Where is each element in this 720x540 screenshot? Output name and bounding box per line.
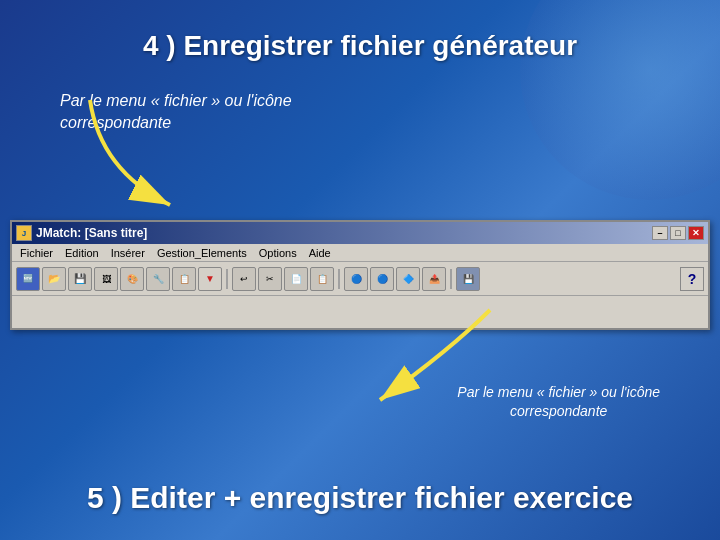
title-bar: J JMatch: [Sans titre] – □ ✕: [12, 222, 708, 244]
app-icon: J: [16, 225, 32, 241]
menu-options[interactable]: Options: [253, 244, 303, 261]
menu-edition[interactable]: Edition: [59, 244, 105, 261]
menu-aide[interactable]: Aide: [303, 244, 337, 261]
toolbar-icon5[interactable]: 🔵: [344, 267, 368, 291]
toolbar-icon8[interactable]: 📤: [422, 267, 446, 291]
toolbar-new[interactable]: 🆕: [16, 267, 40, 291]
toolbar: 🆕 📂 💾 🖼 🎨 🔧 📋 ▼ ↩ ✂ 📄 📋 🔵 🔵 🔷 📤: [12, 262, 708, 296]
title-bar-left: J JMatch: [Sans titre]: [16, 225, 147, 241]
menu-gestion-elements[interactable]: Gestion_Elements: [151, 244, 253, 261]
toolbar-cut[interactable]: ✂: [258, 267, 282, 291]
toolbar-img3[interactable]: 🔧: [146, 267, 170, 291]
toolbar-img4[interactable]: 📋: [172, 267, 196, 291]
subtitle-bottom-line2: correspondante: [510, 403, 607, 419]
close-button[interactable]: ✕: [688, 226, 704, 240]
arrow-top: [60, 90, 220, 220]
toolbar-red1[interactable]: ▼: [198, 267, 222, 291]
window-title: JMatch: [Sans titre]: [36, 226, 147, 240]
toolbar-copy[interactable]: 📄: [284, 267, 308, 291]
menu-bar: Fichier Edition Insérer Gestion_Elements…: [12, 244, 708, 262]
toolbar-icon7[interactable]: 🔷: [396, 267, 420, 291]
page-title: 4 ) Enregistrer fichier générateur: [0, 0, 720, 62]
minimize-button[interactable]: –: [652, 226, 668, 240]
toolbar-undo[interactable]: ↩: [232, 267, 256, 291]
arrow-bottom: [320, 300, 520, 420]
toolbar-help[interactable]: ?: [680, 267, 704, 291]
toolbar-sep1: [226, 269, 228, 289]
menu-fichier[interactable]: Fichier: [14, 244, 59, 261]
toolbar-img1[interactable]: 🖼: [94, 267, 118, 291]
toolbar-sep3: [450, 269, 452, 289]
toolbar-open[interactable]: 📂: [42, 267, 66, 291]
toolbar-img2[interactable]: 🎨: [120, 267, 144, 291]
toolbar-sep2: [338, 269, 340, 289]
title-bar-buttons: – □ ✕: [652, 226, 704, 240]
toolbar-save2[interactable]: 💾: [456, 267, 480, 291]
menu-inserer[interactable]: Insérer: [105, 244, 151, 261]
toolbar-paste[interactable]: 📋: [310, 267, 334, 291]
toolbar-save[interactable]: 💾: [68, 267, 92, 291]
footer-title: 5 ) Editer + enregistrer fichier exercic…: [0, 481, 720, 515]
main-content: 4 ) Enregistrer fichier générateur Par l…: [0, 0, 720, 540]
maximize-button[interactable]: □: [670, 226, 686, 240]
toolbar-icon6[interactable]: 🔵: [370, 267, 394, 291]
